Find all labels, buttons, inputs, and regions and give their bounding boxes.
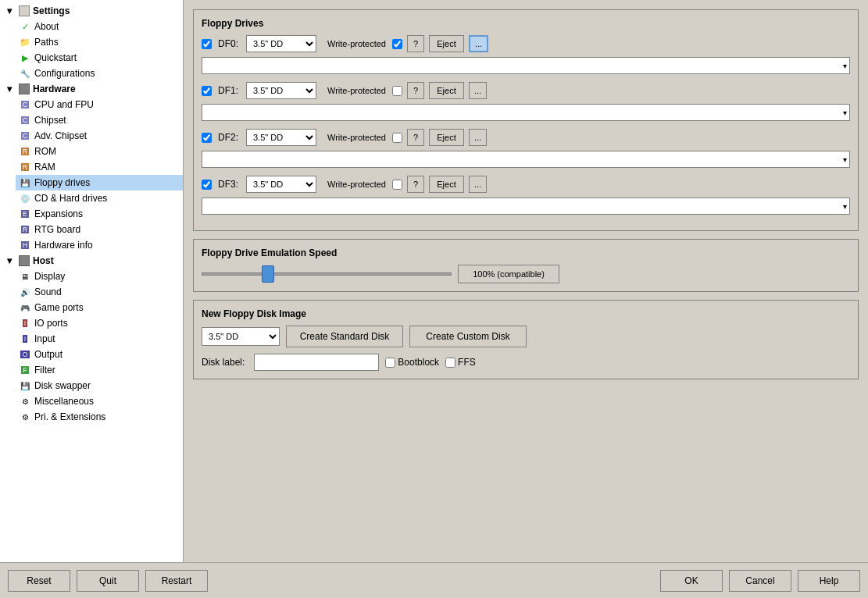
bootblock-checkbox[interactable]	[385, 358, 395, 368]
df3-row: DF3: 3.5" DD3.5" HD5.25" DD Write-protec…	[202, 176, 850, 193]
ram-label: RAM	[34, 162, 55, 173]
df0-write-protected-checkbox[interactable]	[392, 39, 402, 49]
adv-chipset-icon: C	[19, 130, 31, 142]
df2-eject-button[interactable]: Eject	[429, 129, 464, 146]
df2-more-button[interactable]: ...	[469, 129, 487, 146]
df3-help-button[interactable]: ?	[407, 176, 424, 193]
cancel-button[interactable]: Cancel	[729, 570, 791, 592]
new-disk-type-select[interactable]: 3.5" DD3.5" HD5.25" DD	[202, 327, 280, 346]
restart-button[interactable]: Restart	[145, 570, 208, 592]
df1-path-wrapper	[202, 104, 850, 121]
df0-more-button[interactable]: ...	[469, 35, 488, 52]
speed-row: 100% (compatible)	[202, 265, 850, 283]
about-icon: ✓	[19, 20, 31, 33]
sidebar-item-ram[interactable]: R RAM	[16, 159, 183, 175]
df3-label: DF3:	[218, 179, 241, 190]
df1-more-button[interactable]: ...	[469, 82, 487, 99]
df1-help-button[interactable]: ?	[407, 82, 424, 99]
create-standard-disk-button[interactable]: Create Standard Disk	[286, 326, 403, 347]
speed-slider[interactable]	[202, 272, 452, 276]
sidebar-item-game-ports[interactable]: 🎮 Game ports	[16, 300, 183, 315]
display-icon: 🖥	[19, 270, 31, 283]
output-label: Output	[34, 349, 63, 360]
ok-button[interactable]: OK	[660, 570, 723, 592]
sidebar-item-hardware-info[interactable]: H Hardware info	[16, 237, 183, 253]
hardware-icon	[19, 84, 30, 94]
miscellaneous-label: Miscellaneous	[34, 396, 94, 407]
df3-path-select[interactable]	[202, 198, 850, 215]
content-area: Floppy Drives DF0: 3.5" DD3.5" HD5.25" D…	[184, 0, 868, 562]
df0-checkbox[interactable]	[202, 39, 212, 49]
disk-label-input[interactable]	[254, 354, 379, 371]
sidebar-item-rom[interactable]: R ROM	[16, 144, 183, 159]
df2-write-protected-checkbox[interactable]	[392, 133, 402, 143]
sidebar-item-adv-chipset[interactable]: C Adv. Chipset	[16, 128, 183, 144]
sidebar-item-paths[interactable]: 📁 Paths	[16, 34, 183, 50]
floppy-drives-section: Floppy Drives DF0: 3.5" DD3.5" HD5.25" D…	[193, 9, 859, 231]
sidebar-item-configurations[interactable]: 🔧 Configurations	[16, 66, 183, 81]
speed-value-label: 100% (compatible)	[458, 265, 559, 283]
sound-label: Sound	[34, 287, 62, 297]
ffs-checkbox[interactable]	[445, 358, 455, 368]
df1-write-protected-checkbox[interactable]	[392, 86, 402, 96]
sidebar-item-miscellaneous[interactable]: ⚙ Miscellaneous	[16, 393, 183, 409]
sidebar-item-pri-extensions[interactable]: ⚙ Pri. & Extensions	[16, 409, 183, 425]
help-button[interactable]: Help	[798, 570, 860, 592]
df0-help-button[interactable]: ?	[407, 35, 424, 52]
sidebar: ▾ Settings ✓ About 📁 Paths	[0, 0, 184, 562]
df2-type-select[interactable]: 3.5" DD3.5" HD5.25" DD	[246, 129, 316, 146]
sidebar-item-about[interactable]: ✓ About	[16, 19, 183, 34]
df0-row: DF0: 3.5" DD3.5" HD5.25" DD Write-protec…	[202, 35, 850, 52]
paths-label: Paths	[34, 37, 59, 48]
sidebar-group-host[interactable]: ▾ Host	[0, 253, 183, 269]
df0-path-select[interactable]	[202, 57, 850, 74]
sidebar-item-filter[interactable]: F Filter	[16, 362, 183, 378]
sidebar-item-display[interactable]: 🖥 Display	[16, 269, 183, 284]
sidebar-item-disk-swapper[interactable]: 💾 Disk swapper	[16, 378, 183, 393]
df2-path-select[interactable]	[202, 151, 850, 168]
df3-more-button[interactable]: ...	[469, 176, 487, 193]
bootblock-label-text: Bootblock	[398, 357, 439, 368]
df1-path-select[interactable]	[202, 104, 850, 121]
quickstart-icon: ▶	[19, 52, 31, 64]
sidebar-item-io-ports[interactable]: I IO ports	[16, 315, 183, 331]
df2-checkbox[interactable]	[202, 133, 212, 143]
disk-label-row: Disk label: Bootblock FFS	[202, 354, 850, 371]
sidebar-item-input[interactable]: I Input	[16, 331, 183, 347]
df3-eject-button[interactable]: Eject	[429, 176, 464, 193]
sidebar-item-output[interactable]: O Output	[16, 347, 183, 362]
reset-button[interactable]: Reset	[8, 570, 70, 592]
df3-checkbox[interactable]	[202, 180, 212, 190]
sidebar-item-chipset[interactable]: C Chipset	[16, 112, 183, 128]
quit-button[interactable]: Quit	[77, 570, 139, 592]
filter-label: Filter	[34, 365, 55, 376]
df1-checkbox[interactable]	[202, 86, 212, 96]
bottom-bar: Reset Quit Restart OK Cancel Help	[0, 562, 868, 598]
sidebar-item-rtg-board[interactable]: R RTG board	[16, 222, 183, 237]
settings-expand-icon: ▾	[3, 5, 16, 17]
hardware-info-icon: H	[19, 239, 31, 251]
hardware-group-label: Hardware	[33, 84, 76, 94]
bootblock-label: Bootblock	[385, 357, 439, 368]
df3-type-select[interactable]: 3.5" DD3.5" HD5.25" DD	[246, 176, 316, 193]
sidebar-item-cd-hard-drives[interactable]: 💿 CD & Hard drives	[16, 190, 183, 206]
sidebar-item-cpu-fpu[interactable]: C CPU and FPU	[16, 97, 183, 112]
sidebar-item-quickstart[interactable]: ▶ Quickstart	[16, 50, 183, 66]
sidebar-item-floppy-drives[interactable]: 💾 Floppy drives	[16, 175, 183, 190]
df1-eject-button[interactable]: Eject	[429, 82, 464, 99]
quickstart-label: Quickstart	[34, 52, 77, 63]
df0-eject-button[interactable]: Eject	[429, 35, 464, 52]
df1-type-select[interactable]: 3.5" DD3.5" HD5.25" DD	[246, 82, 316, 99]
sidebar-item-expansions[interactable]: E Expansions	[16, 206, 183, 222]
sidebar-group-hardware[interactable]: ▾ Hardware	[0, 81, 183, 97]
df0-type-select[interactable]: 3.5" DD3.5" HD5.25" DD	[246, 35, 316, 52]
df2-path-wrapper	[202, 151, 850, 168]
df0-label: DF0:	[218, 38, 241, 49]
df3-write-protected-checkbox[interactable]	[392, 180, 402, 190]
sidebar-group-settings[interactable]: ▾ Settings	[0, 3, 183, 19]
df3-path-wrapper	[202, 198, 850, 215]
sidebar-item-sound[interactable]: 🔊 Sound	[16, 284, 183, 300]
create-custom-disk-button[interactable]: Create Custom Disk	[409, 326, 527, 347]
df2-help-button[interactable]: ?	[407, 129, 424, 146]
configurations-icon: 🔧	[19, 67, 31, 80]
